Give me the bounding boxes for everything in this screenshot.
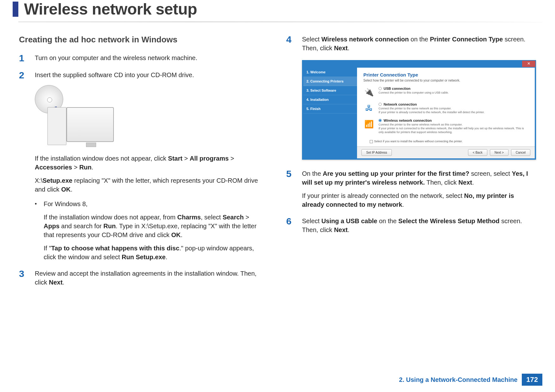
t: . <box>166 254 168 260</box>
page-header: Wireless network setup <box>0 0 555 22</box>
step-text: Turn on your computer and the wireless n… <box>35 53 264 63</box>
step-2: 2 Insert the supplied software CD into y… <box>19 70 264 261</box>
page-title: Wireless network setup <box>24 0 197 18</box>
t: Run Setup.exe <box>122 254 166 260</box>
t: OK <box>61 186 71 193</box>
step-4: 4 Select Wireless network connection on … <box>286 35 536 52</box>
installer-sidebar: 1. Welcome 2. Connecting Printers 3. Sel… <box>303 68 357 158</box>
t: screen, select <box>469 170 512 177</box>
step-number: 5 <box>286 169 302 209</box>
content-area: Creating the ad hoc network in Windows 1… <box>0 22 555 294</box>
radio-icon <box>379 103 382 106</box>
right-column: 4 Select Wireless network connection on … <box>286 35 536 294</box>
opt-desc: Connect the printer to the same wireless… <box>379 123 528 134</box>
step-number: 6 <box>286 217 302 234</box>
t: Setup.exe <box>42 177 72 184</box>
step-number: 2 <box>19 70 35 261</box>
step2-para2: X:\Setup.exe replacing "X" with the lett… <box>35 176 264 194</box>
title-underline <box>18 21 542 22</box>
t: > <box>244 214 249 221</box>
installer-subheading: Select how the printer will be connected… <box>363 79 528 82</box>
opt-body: Network connection Connect the printer t… <box>379 102 528 114</box>
opt-title: Network connection <box>379 102 528 106</box>
step-3: 3 Review and accept the installation agr… <box>19 269 264 287</box>
t: , select <box>201 214 223 221</box>
opt-title: USB connection <box>379 87 528 90</box>
set-ip-button: Set IP Address <box>361 149 392 156</box>
step-text: On the Are you setting up your printer f… <box>302 169 536 209</box>
t: Run <box>103 223 116 230</box>
opt-title: Wireless network connection <box>379 119 528 122</box>
t: > <box>182 155 190 162</box>
bullet-dot: • <box>35 199 44 261</box>
t: . <box>63 279 65 286</box>
monitor-icon <box>66 107 114 142</box>
t: Accessories <box>35 164 72 171</box>
option-usb: 🔌 USB connection Connect the printer to … <box>363 87 528 98</box>
t: Run <box>79 164 92 171</box>
t: Select <box>302 36 321 43</box>
step-text: Insert the supplied software CD into you… <box>35 70 264 79</box>
sidebar-step: 3. Select Software <box>303 86 357 95</box>
step-text: Select Using a USB cable on the Select t… <box>302 217 536 234</box>
step-1: 1 Turn on your computer and the wireless… <box>19 53 264 63</box>
t: . <box>402 201 404 208</box>
t: On the <box>302 170 323 177</box>
t: . <box>92 164 94 171</box>
t: If your printer is already connected on … <box>302 192 464 199</box>
t: Wireless network connection <box>384 119 432 122</box>
bullet-p1: If the installation window does not appe… <box>44 213 264 239</box>
t: Search <box>223 214 244 221</box>
installer-footer: Set IP Address < Back Next > Cancel <box>357 146 535 158</box>
step2-bullet: • For Windows 8, If the installation win… <box>35 199 264 261</box>
usb-icon: 🔌 <box>363 87 375 98</box>
chapter-label: 2. Using a Network-Connected Machine <box>399 376 518 383</box>
close-icon: ✕ <box>522 61 535 67</box>
page-number: 172 <box>522 374 542 386</box>
t: . <box>181 231 182 238</box>
t: Review and accept the installation agree… <box>35 270 256 286</box>
bullet-body: For Windows 8, If the installation windo… <box>44 199 264 261</box>
step-number: 4 <box>286 35 302 52</box>
t: Then, click <box>425 179 458 186</box>
t: on the <box>409 36 430 43</box>
sidebar-step: 5. Finish <box>303 104 357 113</box>
wifi-icon: 📶 <box>363 119 375 130</box>
network-icon: 🖧 <box>363 102 375 114</box>
bullet-p2: If "Tap to choose what happens with this… <box>44 244 264 261</box>
sidebar-step: 4. Installation <box>303 95 357 104</box>
option-network: 🖧 Network connection Connect the printer… <box>363 102 528 114</box>
step-5: 5 On the Are you setting up your printer… <box>286 169 536 209</box>
t: X:\ <box>35 177 42 184</box>
checkbox-icon <box>370 140 373 143</box>
t: . <box>71 186 72 193</box>
t: . <box>348 45 350 52</box>
t: Next <box>334 226 348 233</box>
installer-main: Printer Connection Type Select how the p… <box>357 68 535 158</box>
option-wireless: 📶 Wireless network connection Connect th… <box>363 119 528 134</box>
computer-tower-icon <box>47 107 66 145</box>
nav-buttons: < Back Next > Cancel <box>468 149 530 156</box>
step-number: 1 <box>19 53 35 63</box>
t: Tap to choose what happens with this dis… <box>51 245 179 252</box>
t: Apps <box>44 223 59 230</box>
section-heading: Creating the ad hoc network in Windows <box>19 35 264 45</box>
sidebar-step: 2. Connecting Printers <box>303 77 357 86</box>
t: Wireless network connection <box>321 36 409 43</box>
t: Select <box>302 217 321 224</box>
next-button: Next > <box>490 149 509 156</box>
t: . <box>472 179 474 186</box>
t: > <box>229 155 234 162</box>
radio-icon <box>379 87 382 90</box>
t: . <box>348 226 350 233</box>
t: Next <box>49 279 62 286</box>
install-without-connect-row: Select if you want to install the softwa… <box>370 140 528 143</box>
t: If the installation window does not appe… <box>35 155 168 162</box>
left-column: Creating the ad hoc network in Windows 1… <box>19 35 264 294</box>
radio-selected-icon <box>379 119 382 122</box>
t: All programs <box>190 155 229 162</box>
installer-heading: Printer Connection Type <box>363 72 528 77</box>
opt-body: USB connection Connect the printer to th… <box>379 87 528 95</box>
t: USB connection <box>384 87 410 90</box>
t: Charms <box>177 214 200 221</box>
